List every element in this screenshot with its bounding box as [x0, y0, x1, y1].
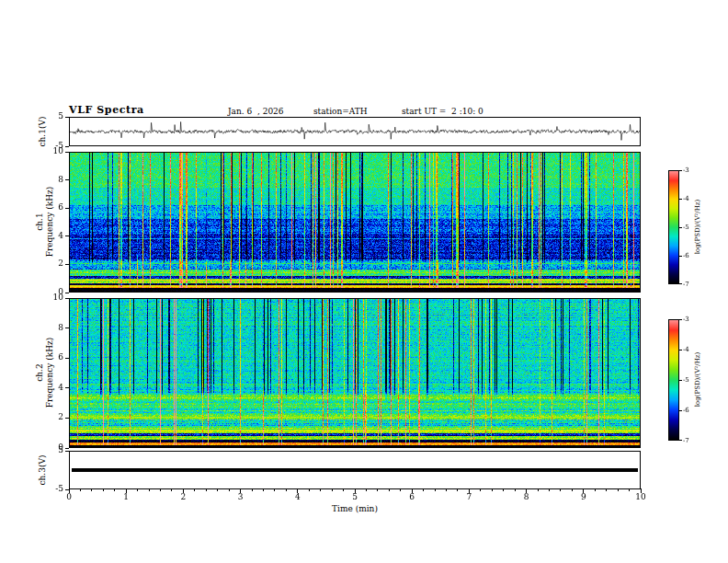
colorbar-tick-mark	[679, 227, 682, 228]
colorbar-tick-mark	[679, 380, 682, 381]
ch1-waveform-canvas	[70, 118, 640, 145]
ch2-frequency-unit-label: Frequency (kHz)	[45, 338, 54, 408]
colorbar-tick-mark	[679, 410, 682, 411]
x-tick-label: 9	[574, 492, 593, 501]
colorbar-tick-label: -3	[683, 167, 698, 174]
freq-tick-label: 0	[47, 442, 63, 452]
x-tick-label: 4	[289, 492, 307, 501]
vlf-spectra-figure: VLF Spectra Jan. 6 , 2026 station=ATH st…	[0, 0, 728, 563]
freq-tick-label: 10	[47, 293, 63, 302]
x-tick-label: 5	[346, 492, 364, 501]
x-tick-label: 1	[117, 492, 135, 501]
colorbar-tick-mark	[679, 440, 682, 441]
figure-title: VLF Spectra	[69, 104, 144, 116]
colorbar-tick-mark	[679, 319, 682, 320]
ch1-colorbar-label: log(PSD)/(V²/Hz)	[694, 186, 702, 269]
ch1-frequency-unit-label: Frequency (kHz)	[45, 187, 54, 258]
colorbar-tick-label: -7	[683, 281, 698, 288]
ch1-frequency-axis-label: ch.1 Frequency (kHz)	[35, 153, 55, 291]
colorbar-tick-mark	[679, 199, 682, 200]
x-tick-label: 8	[518, 492, 536, 501]
ch2-colorbar	[668, 319, 679, 441]
colorbar-tick-label: -3	[683, 316, 698, 323]
volt-tick-label: 5	[47, 445, 63, 454]
x-tick-label: 10	[631, 492, 650, 501]
x-tick-label: 7	[460, 492, 478, 501]
ch3-waveform-canvas	[70, 452, 640, 488]
colorbar-tick-mark	[679, 170, 682, 171]
ch2-spectrogram-panel	[69, 298, 641, 448]
figure-station: station=ATH	[313, 107, 368, 116]
ch1-spectrogram-panel	[69, 152, 641, 293]
x-tick-label: 3	[232, 492, 250, 501]
volt-tick-label: -5	[47, 484, 63, 493]
x-tick-label: 6	[403, 492, 421, 501]
ch1-colorbar	[668, 170, 679, 284]
ch3-voltage-axis-label: ch.3(V)	[38, 438, 47, 502]
time-axis-label: Time (min)	[318, 504, 392, 513]
figure-start-ut: start UT = 2 :10: 0	[402, 107, 483, 116]
x-tick-label: 2	[174, 492, 192, 501]
ch2-frequency-axis-label: ch.2 Frequency (kHz)	[35, 304, 55, 442]
figure-date: Jan. 6 , 2026	[228, 107, 284, 116]
colorbar-tick-mark	[679, 256, 682, 257]
colorbar-tick-mark	[679, 350, 682, 350]
ch3-waveform-panel	[69, 451, 641, 489]
ch2-colorbar-label: log(PSD)/(V²/Hz)	[694, 339, 702, 421]
ch2-spec-channel-label: ch.2	[35, 363, 44, 381]
colorbar-tick-mark	[679, 283, 682, 284]
ch1-spec-channel-label: ch.1	[35, 213, 44, 230]
ch2-spectrogram-canvas	[70, 299, 640, 447]
ch1-spectrogram-canvas	[70, 153, 640, 292]
volt-tick-label: -5	[47, 141, 63, 150]
ch1-waveform-panel	[69, 117, 641, 146]
x-tick-label: 0	[60, 492, 78, 501]
colorbar-tick-label: -7	[683, 437, 698, 444]
volt-tick-label: 5	[47, 111, 63, 121]
